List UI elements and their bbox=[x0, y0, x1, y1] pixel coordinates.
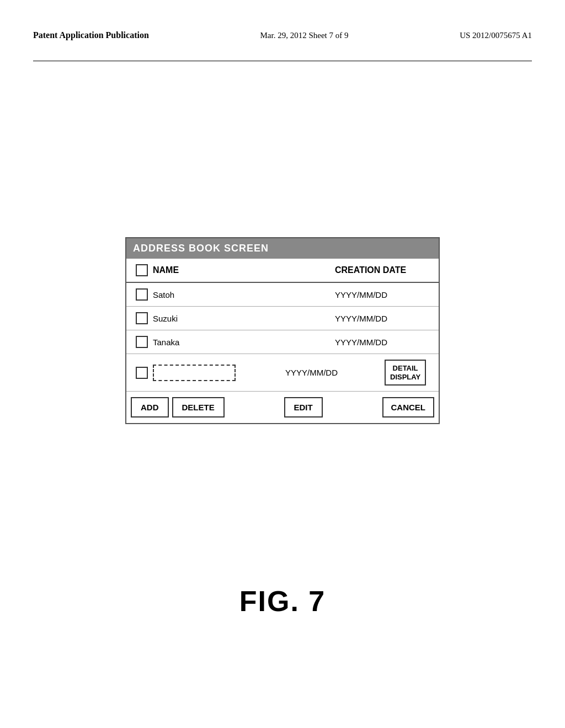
detail-display-button[interactable]: DETAILDISPLAY bbox=[385, 360, 426, 386]
header-checkbox-col bbox=[131, 264, 153, 276]
row-checkbox-suzuki[interactable] bbox=[136, 312, 148, 324]
add-button[interactable]: ADD bbox=[131, 397, 169, 417]
row-name-suzuki: Suzuki bbox=[153, 314, 335, 323]
row-date-satoh: YYYY/MM/DD bbox=[335, 290, 434, 299]
row-checkbox-satoh[interactable] bbox=[136, 288, 148, 301]
bottom-toolbar: ADD DELETE EDIT CANCEL bbox=[126, 392, 439, 423]
page-header: Patent Application Publication Mar. 29, … bbox=[33, 30, 532, 40]
row-checkbox-col bbox=[131, 288, 153, 301]
row-name-tanaka: Tanaka bbox=[153, 338, 335, 347]
row-name-satoh: Satoh bbox=[153, 290, 335, 299]
row-checkbox-col bbox=[131, 312, 153, 324]
delete-button[interactable]: DELETE bbox=[172, 397, 225, 417]
row-checkbox-col bbox=[131, 367, 153, 379]
detail-display-col: DETAILDISPLAY bbox=[385, 360, 434, 386]
header-divider bbox=[33, 61, 532, 61]
row-checkbox-tanaka[interactable] bbox=[136, 336, 148, 348]
row-checkbox-col bbox=[131, 336, 153, 348]
cancel-button[interactable]: CANCEL bbox=[382, 397, 435, 417]
main-content: ADDRESS BOOK SCREEN NAME CREATION DATE S… bbox=[33, 237, 532, 424]
table-row-input: YYYY/MM/DD DETAILDISPLAY bbox=[126, 354, 439, 392]
figure-label: FIG. 7 bbox=[0, 585, 565, 618]
publication-type: Patent Application Publication bbox=[33, 30, 149, 40]
address-book-title: ADDRESS BOOK SCREEN bbox=[126, 238, 439, 259]
row-name-input[interactable] bbox=[153, 365, 285, 381]
name-column-header: NAME bbox=[153, 265, 335, 275]
table-row: Satoh YYYY/MM/DD bbox=[126, 283, 439, 307]
name-input-field[interactable] bbox=[153, 365, 236, 381]
table-row: Suzuki YYYY/MM/DD bbox=[126, 307, 439, 330]
row-date-tanaka: YYYY/MM/DD bbox=[335, 338, 434, 347]
row-checkbox-input[interactable] bbox=[136, 367, 148, 379]
table-row: Tanaka YYYY/MM/DD bbox=[126, 330, 439, 354]
table-header: NAME CREATION DATE bbox=[126, 259, 439, 283]
publication-date-sheet: Mar. 29, 2012 Sheet 7 of 9 bbox=[260, 31, 348, 40]
date-column-header: CREATION DATE bbox=[335, 265, 434, 275]
row-date-suzuki: YYYY/MM/DD bbox=[335, 314, 434, 323]
row-date-input: YYYY/MM/DD bbox=[285, 368, 385, 377]
edit-button[interactable]: EDIT bbox=[284, 397, 323, 417]
publication-number: US 2012/0075675 A1 bbox=[460, 31, 532, 40]
address-book-dialog: ADDRESS BOOK SCREEN NAME CREATION DATE S… bbox=[125, 237, 440, 424]
header-checkbox[interactable] bbox=[136, 264, 148, 276]
